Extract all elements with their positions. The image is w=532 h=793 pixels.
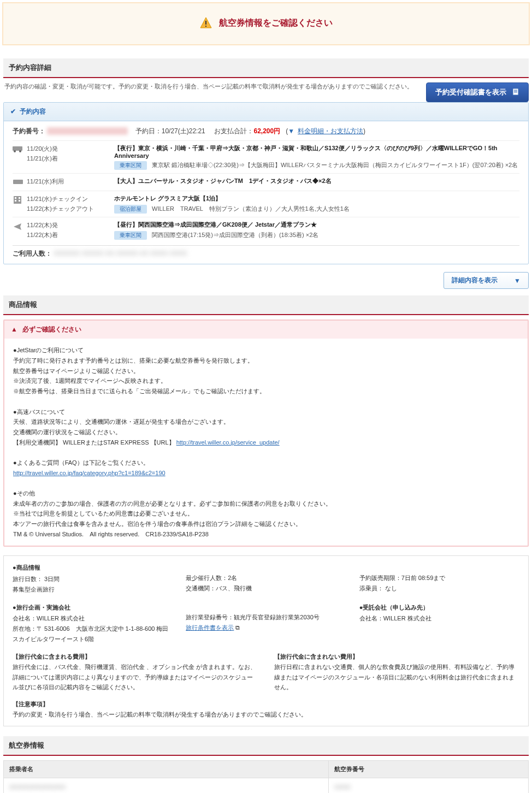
item-date: 11/22(木)着: [27, 230, 114, 240]
item-date: 11/21(水)着: [27, 154, 114, 164]
item-detail: WILLER TRAVEL 特別プラン（素泊まり）／大人男性1名,大人女性1名: [152, 205, 350, 212]
svg-rect-1: [205, 21, 206, 25]
segment-badge: 乗車区間: [114, 161, 147, 170]
item-title: 【夜行】東京・横浜・川崎・千葉・甲府⇒大阪・京都・神戸・滋賀・和歌山／S132便…: [114, 144, 519, 159]
reservation-detail-desc: 予約内容の確認・変更・取消が可能です。予約の変更・取消を行う場合、当ページ記載の…: [3, 82, 419, 91]
svg-rect-3: [513, 88, 518, 95]
table-row: XXXXXXXXXXXXXX XXXX: [4, 778, 529, 793]
notice-body: ●JetStarのご利用について 予約完了時に発行されます予約番号とは別に、搭乗…: [4, 339, 528, 546]
item-title: ホテルモントレ グラスミア大阪【1泊】: [114, 194, 519, 203]
flight-th-number: 航空券番号: [329, 761, 529, 778]
plane-icon: [13, 221, 27, 240]
section-title-product: 商品情報: [3, 295, 529, 315]
flight-th-name: 搭乗者名: [4, 761, 329, 778]
bus-icon: [13, 144, 27, 170]
svg-rect-2: [205, 26, 206, 27]
warning-icon: [199, 16, 212, 29]
item-title: 【昼行】関西国際空港⇒成田国際空港／GK208便／ Jetstar／通常プラン★: [114, 221, 519, 229]
flight-table: 搭乗者名 航空券番号 XXXXXXXXXXXXXX XXXX XXXXXXXXX…: [3, 760, 529, 793]
item-detail: 東京駅 鍛冶橋駐車場◇(22:30発)⇒【大阪梅田】WILLERバスターミナル大…: [152, 162, 518, 168]
itinerary-item: 11/20(火)発 11/21(水)着 【夜行】東京・横浜・川崎・千葉・甲府⇒大…: [13, 140, 519, 173]
item-date: 11/22(木)発: [27, 221, 114, 230]
item-date: 11/21(水)チェックイン: [27, 194, 114, 204]
svg-rect-14: [19, 197, 20, 199]
section-title-reservation-detail: 予約内容詳細: [3, 58, 529, 78]
usage-count: ご利用人数： XXXXXX XXXXX XX XXXXX XX XXXX XXX…: [13, 245, 519, 258]
reservation-summary: 予約番号： XXXX-XXX-XXX 予約日：10/27(土)22:21 お支払…: [13, 127, 519, 136]
expand-detail-button[interactable]: 詳細内容を表示 ▼: [444, 272, 529, 289]
svg-rect-8: [13, 146, 22, 151]
itinerary-item: 11/21(水)チェックイン 11/22(木)チェックアウト ホテルモントレ グ…: [13, 191, 519, 217]
external-icon: ⧉: [235, 624, 240, 631]
alert-banner: 航空券情報をご確認ください: [2, 2, 530, 45]
item-date: 11/20(火)発: [27, 144, 114, 154]
product-info-box: ●商品情報 旅行日数： 3日間 募集型企画旅行 最少催行人数：2名 交通機関：バ…: [3, 555, 529, 726]
reservation-panel-header: ✔ 予約内容: [4, 103, 528, 121]
svg-point-10: [19, 150, 21, 152]
document-icon: [512, 88, 519, 96]
receipt-button[interactable]: 予約受付確認書を表示: [426, 82, 529, 102]
svg-rect-15: [15, 200, 16, 202]
reservation-panel: ✔ 予約内容 予約番号： XXXX-XXX-XXX 予約日：10/27(土)22…: [3, 102, 529, 264]
alert-text: 航空券情報をご確認ください: [219, 17, 333, 29]
warning-icon: ▲: [11, 326, 17, 333]
svg-rect-13: [15, 197, 16, 199]
notice-panel: ▲ 必ずご確認ください ●JetStarのご利用について 予約完了時に発行されま…: [3, 319, 529, 547]
itinerary-item: 11/22(木)発 11/22(木)着 【昼行】関西国際空港⇒成田国際空港／GK…: [13, 217, 519, 243]
item-title: 【大人】ユニバーサル・スタジオ・ジャパンTM 1デイ・スタジオ・パス◆×2名: [114, 177, 519, 185]
svg-point-9: [14, 150, 16, 152]
item-date: 11/21(水)利用: [27, 177, 114, 187]
ticket-icon: [13, 177, 27, 187]
hotel-icon: [13, 194, 27, 214]
svg-rect-11: [13, 180, 23, 184]
segment-badge: 乗車区間: [114, 231, 147, 240]
item-date: 11/22(木)チェックアウト: [27, 204, 114, 214]
room-badge: 宿泊部屋: [114, 205, 147, 214]
check-icon: ✔: [10, 108, 16, 115]
item-detail: 関西国際空港(17:15発)⇒成田国際空港（到着）(18:35着) ×2名: [152, 232, 318, 238]
reservation-number: XXXX-XXX-XXX: [47, 127, 128, 135]
section-title-flight: 航空券情報: [3, 736, 529, 756]
svg-rect-16: [19, 200, 20, 202]
service-update-link[interactable]: http://travel.willer.co.jp/service_updat…: [176, 439, 280, 446]
chevron-down-icon: ▼: [514, 277, 521, 285]
conditions-link[interactable]: 旅行条件書を表示: [186, 624, 234, 631]
fee-detail-link[interactable]: 料金明細・お支払方法: [298, 127, 363, 135]
faq-link[interactable]: http://travel.willer.co.jp/faq/category.…: [13, 470, 165, 476]
itinerary-item: 11/21(水)利用 【大人】ユニバーサル・スタジオ・ジャパンTM 1デイ・スタ…: [13, 173, 519, 191]
